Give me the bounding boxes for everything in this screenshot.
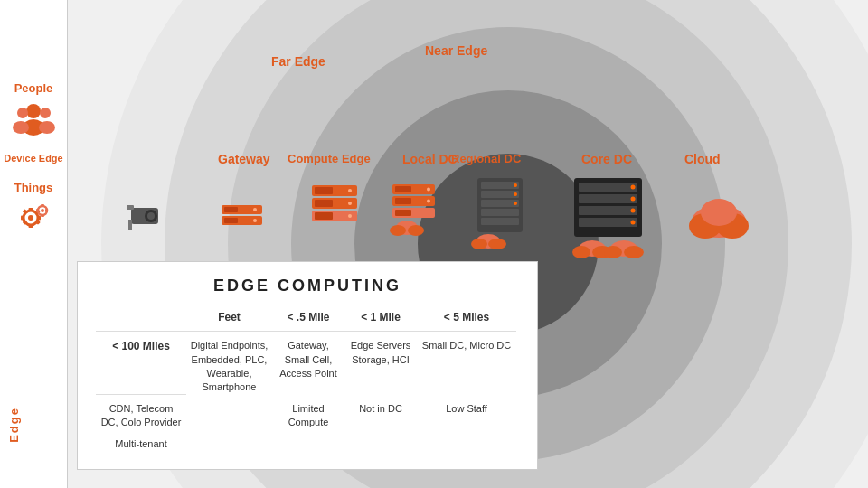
compute-edge-icon	[307, 181, 362, 239]
row1-col1: Gateway, Small Cell, Access Point	[272, 335, 344, 399]
svg-point-78	[604, 246, 622, 258]
svg-point-32	[253, 219, 257, 222]
svg-rect-34	[315, 187, 333, 194]
cloud-label: Cloud	[684, 152, 721, 166]
row1-col2: Edge Servers Storage, HCI	[344, 335, 417, 399]
svg-point-59	[514, 183, 517, 187]
things-section: Things	[14, 181, 53, 236]
svg-point-38	[348, 202, 352, 205]
table-title: EDGE COMPUTING	[96, 277, 519, 296]
svg-rect-21	[45, 209, 48, 212]
svg-point-61	[514, 202, 517, 205]
svg-point-79	[624, 246, 644, 258]
row2-col1: Limited Compute	[272, 399, 344, 434]
near-edge-label: Near Edge	[425, 43, 487, 58]
col-2-header: < .5 Mile	[272, 306, 344, 332]
col-5-header: < 100 Miles	[96, 335, 186, 395]
svg-rect-20	[36, 209, 39, 212]
gateway-device-icon	[217, 194, 267, 230]
svg-rect-25	[127, 205, 134, 210]
far-edge-label: Far Edge	[271, 54, 326, 69]
svg-point-47	[427, 200, 430, 203]
svg-point-52	[408, 225, 424, 236]
svg-rect-28	[224, 207, 238, 212]
core-dc-label: Core DC	[581, 152, 632, 166]
svg-rect-49	[395, 210, 411, 216]
svg-point-35	[348, 189, 352, 192]
svg-point-5	[39, 121, 55, 134]
svg-rect-54	[481, 182, 519, 189]
svg-point-41	[348, 214, 352, 218]
things-label: Things	[14, 181, 53, 194]
svg-point-44	[427, 188, 430, 192]
svg-point-17	[41, 209, 44, 212]
things-icon	[14, 198, 52, 236]
svg-rect-19	[41, 214, 44, 217]
main-content: Far Edge Near Edge Gateway Compute Edge …	[68, 0, 868, 488]
svg-rect-56	[481, 200, 519, 207]
compute-edge-label: Compute Edge	[288, 152, 371, 165]
svg-point-2	[17, 108, 28, 118]
svg-point-29	[253, 208, 257, 211]
row1-col0: Digital Endpoints, Embedded, PLC, Wearab…	[186, 335, 272, 399]
table-grid: Feet < .5 Mile < 1 Mile < 5 Miles < 100 …	[96, 306, 519, 455]
device-edge-section: Device Edge	[4, 153, 62, 167]
svg-rect-66	[579, 183, 637, 192]
row2-col4: Multi-tenant	[96, 434, 186, 455]
svg-rect-11	[37, 216, 41, 221]
svg-point-71	[631, 197, 636, 202]
svg-point-0	[26, 104, 41, 118]
svg-rect-10	[21, 216, 24, 221]
svg-rect-26	[128, 220, 132, 230]
people-section: People	[14, 81, 54, 139]
local-dc-label: Local DC	[402, 152, 458, 166]
device-edge-label: Device Edge	[4, 153, 62, 164]
people-label: People	[14, 81, 53, 95]
col-4-header: < 5 Miles	[417, 306, 516, 332]
cloud-icon	[683, 190, 755, 244]
svg-rect-9	[28, 224, 33, 228]
svg-rect-57	[481, 209, 519, 216]
svg-point-72	[631, 209, 636, 213]
svg-point-51	[390, 225, 406, 236]
svg-point-7	[28, 215, 33, 221]
regional-dc-icon	[470, 176, 533, 249]
svg-point-73	[631, 221, 636, 225]
edge-label: Edge	[7, 407, 21, 443]
row2-col2: Not in DC	[344, 399, 417, 434]
svg-point-3	[13, 121, 29, 134]
row1-col4: CDN, Telecom DC, Colo Provider	[96, 399, 186, 434]
svg-rect-43	[395, 186, 411, 192]
info-table: EDGE COMPUTING Feet < .5 Mile < 1 Mile <…	[77, 261, 538, 470]
core-dc-icon	[570, 176, 646, 258]
svg-point-63	[471, 239, 487, 249]
svg-rect-37	[315, 200, 333, 207]
row1-col3: Small DC, Micro DC	[417, 335, 516, 399]
regional-dc-label: Regional DC	[451, 152, 521, 165]
sidebar: People Device Edge Things	[0, 0, 68, 488]
svg-rect-40	[315, 212, 333, 220]
row2-col3: Low Staff	[417, 399, 516, 434]
svg-rect-58	[481, 218, 519, 225]
svg-rect-55	[481, 191, 519, 198]
col-3-header: < 1 Mile	[344, 306, 417, 332]
svg-rect-68	[579, 206, 637, 215]
svg-rect-69	[579, 218, 637, 227]
svg-point-60	[514, 192, 517, 196]
people-icon	[14, 99, 54, 139]
svg-point-24	[147, 212, 155, 220]
svg-rect-8	[28, 208, 33, 211]
local-dc-icon	[389, 181, 439, 239]
svg-rect-67	[579, 194, 637, 203]
col-1-header: Feet	[186, 306, 272, 332]
svg-point-75	[572, 246, 590, 258]
svg-point-70	[631, 185, 636, 190]
row2-col0	[186, 399, 272, 434]
svg-point-4	[40, 108, 51, 118]
svg-point-64	[488, 239, 506, 249]
gateway-label: Gateway	[218, 152, 270, 166]
svg-rect-31	[224, 218, 238, 223]
svg-rect-46	[395, 198, 411, 204]
svg-rect-18	[41, 204, 44, 207]
svg-point-83	[701, 199, 737, 226]
